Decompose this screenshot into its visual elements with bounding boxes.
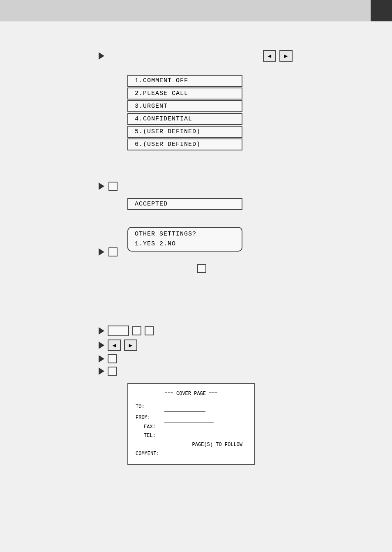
arrow-indicator-5 bbox=[99, 342, 104, 349]
cover-page-box: === COVER PAGE === TO: FROM: FAX: TEL: P… bbox=[127, 383, 255, 465]
accepted-status-box: ACCEPTED bbox=[127, 198, 242, 210]
standalone-checkbox-row bbox=[197, 264, 206, 273]
comment-menu-list: 1.COMMENT OFF 2.PLEASE CALL 3.URGENT 4.C… bbox=[127, 75, 242, 151]
next-nav-button[interactable]: ► bbox=[279, 50, 293, 62]
menu-item-5[interactable]: 5.(USER DEFINED) bbox=[127, 126, 242, 138]
cover-comment-label: COMMENT: bbox=[136, 450, 164, 459]
bottom-nav-row: ◄ ► bbox=[99, 340, 255, 351]
other-settings-prompt: OTHER SETTINGS? 1.YES 2.NO bbox=[127, 227, 242, 252]
cover-to-value bbox=[164, 403, 205, 412]
next-nav-button-2[interactable]: ► bbox=[124, 340, 137, 351]
menu-item-1[interactable]: 1.COMMENT OFF bbox=[127, 75, 242, 87]
cover-from-line: FROM: bbox=[136, 413, 247, 423]
prev-nav-button-2[interactable]: ◄ bbox=[108, 340, 121, 351]
checkbox-5[interactable] bbox=[145, 326, 154, 335]
three-boxes-row bbox=[99, 326, 255, 336]
prev-nav-button[interactable]: ◄ bbox=[263, 50, 276, 62]
menu-item-6[interactable]: 6.(USER DEFINED) bbox=[127, 139, 242, 150]
arrow-checkbox-row-2 bbox=[99, 247, 118, 256]
arrow-indicator-3 bbox=[99, 248, 104, 256]
cover-comment-line: COMMENT: bbox=[136, 450, 247, 459]
accepted-status-row: ACCEPTED bbox=[127, 198, 242, 210]
bottom-arrow-checkbox-2 bbox=[99, 367, 255, 376]
cover-page-title: === COVER PAGE === bbox=[136, 390, 247, 399]
other-settings-question: OTHER SETTINGS? bbox=[135, 229, 235, 239]
checkbox-6[interactable] bbox=[108, 354, 117, 363]
cover-to-line: TO: bbox=[136, 403, 247, 412]
cover-pages-line: PAGE(S) TO FOLLOW bbox=[136, 441, 247, 450]
checkbox-7[interactable] bbox=[108, 367, 117, 376]
cover-fax-line: FAX: bbox=[136, 423, 247, 432]
cover-to-label: TO: bbox=[136, 403, 164, 412]
menu-item-4[interactable]: 4.CONFIDENTIAL bbox=[127, 113, 242, 125]
cover-from-label: FROM: bbox=[136, 413, 164, 423]
cover-tel-line: TEL: bbox=[136, 432, 247, 441]
checkbox-3[interactable] bbox=[197, 264, 206, 273]
other-settings-options: 1.YES 2.NO bbox=[135, 239, 235, 249]
cover-pages-text: PAGE(S) TO FOLLOW bbox=[192, 441, 242, 450]
header-dark-block bbox=[371, 0, 392, 21]
cover-from-value bbox=[164, 413, 214, 423]
other-settings-box[interactable]: OTHER SETTINGS? 1.YES 2.NO bbox=[127, 227, 242, 252]
header-bar bbox=[0, 0, 392, 21]
arrow-indicator-4 bbox=[99, 327, 104, 335]
arrow-indicator-1 bbox=[99, 52, 104, 60]
top-nav-row: ◄ ► bbox=[99, 50, 293, 62]
checkbox-1[interactable] bbox=[108, 182, 118, 191]
cover-fax-label: FAX: bbox=[144, 423, 173, 432]
bottom-section: ◄ ► === COVER PAGE === TO: FROM: bbox=[99, 326, 255, 465]
arrow-indicator-6 bbox=[99, 355, 104, 363]
arrow-indicator-7 bbox=[99, 367, 104, 375]
wide-input-box[interactable] bbox=[108, 326, 129, 336]
cover-page-preview: === COVER PAGE === TO: FROM: FAX: TEL: P… bbox=[127, 383, 255, 465]
bottom-arrow-checkbox-1 bbox=[99, 354, 255, 363]
checkbox-2[interactable] bbox=[108, 247, 118, 256]
cover-tel-label: TEL: bbox=[144, 432, 173, 441]
menu-item-3[interactable]: 3.URGENT bbox=[127, 100, 242, 112]
menu-item-2[interactable]: 2.PLEASE CALL bbox=[127, 88, 242, 99]
arrow-checkbox-row-1 bbox=[99, 182, 118, 191]
arrow-indicator-2 bbox=[99, 182, 104, 190]
checkbox-4[interactable] bbox=[132, 326, 141, 335]
